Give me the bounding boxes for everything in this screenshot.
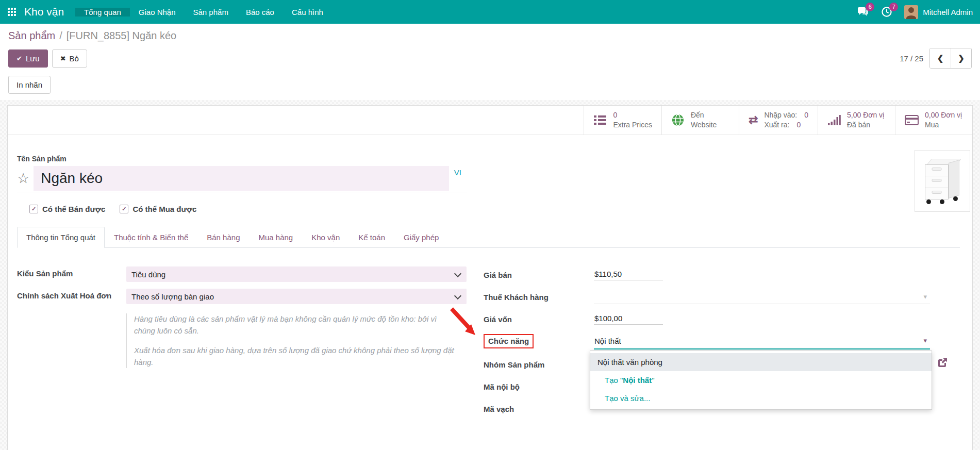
stat-website-label: Website (691, 120, 717, 130)
stat-button-bar: 0 Extra Prices Đến Website (8, 106, 972, 135)
product-type-select[interactable]: Tiêu dùng (126, 266, 467, 282)
stat-moves[interactable]: ⇄ Nhập vào: 0 Xuất ra: 0 (739, 106, 818, 135)
user-name: Mitchell Admin (923, 8, 973, 16)
notebook-tabs: Thông tin Tổng quát Thuộc tính & Biến th… (17, 227, 960, 248)
customer-tax-label: Thuế Khách hàng (484, 290, 594, 303)
stat-extra-prices-value: 0 (613, 110, 652, 120)
barcode-label: Mã vạch (484, 402, 594, 414)
can-be-sold-label: Có thể Bán được (42, 205, 105, 213)
dropdown-option-create[interactable]: Tạo "Nội thất" (590, 371, 932, 389)
checkbox-check-icon: ✓ (120, 205, 128, 213)
globe-icon (671, 113, 685, 127)
invoice-policy-label: Chính sách Xuất Hoá đơn (17, 289, 126, 301)
product-name-input[interactable] (34, 166, 449, 191)
credit-card-icon (905, 114, 919, 126)
stat-moves-in-label: Nhập vào: (764, 110, 797, 120)
stat-purchased-value: 0,00 Đơn vị (925, 110, 962, 120)
cost-value[interactable]: $100,00 (594, 312, 663, 325)
product-name-label: Tên Sản phẩm (17, 155, 960, 163)
stat-moves-out-value: 0 (796, 120, 801, 130)
translation-language-tag[interactable]: VI (449, 168, 467, 177)
sales-price-label: Giá bán (484, 268, 594, 280)
tab-licenses[interactable]: Giấy phép (394, 227, 448, 248)
form-background: 0 Extra Prices Đến Website (0, 100, 980, 450)
product-type-row: Kiểu Sản phẩm Tiêu dùng (17, 266, 484, 282)
app-brand[interactable]: Kho vận (22, 6, 75, 18)
navbar-right: 6 7 Mitchell Admin (857, 0, 980, 24)
caret-down-icon: ▾ (923, 293, 927, 301)
messages-badge: 6 (866, 3, 874, 11)
stat-website[interactable]: Đến Website (661, 106, 739, 135)
help-invoicing-text: Xuất hóa đơn sau khi giao hàng, dựa trên… (134, 345, 459, 368)
can-be-sold-checkbox[interactable]: ✓ Có thể Bán được (29, 205, 105, 213)
save-button[interactable]: ✔ Lưu (8, 49, 48, 68)
nav-item-products[interactable]: Sản phẩm (185, 8, 237, 16)
breadcrumb-parent-link[interactable]: Sản phẩm (8, 30, 55, 42)
apps-menu-button[interactable] (0, 8, 22, 16)
close-icon: ✖ (60, 55, 66, 62)
stat-sold[interactable]: 5,00 Đơn vị Đã bán (818, 106, 895, 135)
sales-price-value[interactable]: $110,50 (594, 268, 663, 280)
stat-purchased[interactable]: 0,00 Đơn vị Mua (895, 106, 972, 135)
nav-menu: Tổng quan Giao Nhận Sản phẩm Báo cáo Cấu… (75, 8, 332, 16)
nav-item-reporting[interactable]: Báo cáo (237, 8, 283, 16)
tab-accounting[interactable]: Kế toán (349, 227, 394, 248)
breadcrumb-current: [FURN_8855] Ngăn kéo (67, 30, 176, 42)
tab-sales[interactable]: Bán hàng (197, 227, 249, 248)
stat-extra-prices[interactable]: 0 Extra Prices (584, 106, 661, 135)
field-help-text: Hàng tiêu dùng là các sản phẩm vật lý mà… (126, 313, 459, 368)
sales-price-row: Giá bán $110,50 (484, 266, 960, 282)
discard-button-label: Bỏ (70, 54, 79, 63)
left-column: Kiểu Sản phẩm Tiêu dùng Chính sách Xuất … (17, 266, 484, 423)
record-pager: 17 / 25 ❮ ❯ (900, 48, 972, 69)
tab-purchase[interactable]: Mua hàng (250, 227, 303, 248)
nav-item-configuration[interactable]: Cấu hình (283, 8, 332, 16)
pager-previous-button[interactable]: ❮ (930, 48, 951, 68)
favorite-star-icon[interactable]: ☆ (17, 172, 29, 186)
nav-item-operations[interactable]: Giao Nhận (130, 8, 185, 16)
print-label-button[interactable]: In nhãn (8, 76, 51, 94)
exchange-arrows-icon: ⇄ (749, 114, 758, 126)
list-icon (593, 114, 607, 126)
secondary-actions-row: In nhãn (8, 76, 972, 94)
action-buttons-row: ✔ Lưu ✖ Bỏ 17 / 25 ❮ ❯ (8, 48, 972, 69)
user-menu[interactable]: Mitchell Admin (904, 5, 973, 19)
checkbox-check-icon: ✓ (29, 205, 38, 213)
invoice-policy-select[interactable]: Theo số lượng bàn giao (126, 289, 467, 304)
dropdown-option-create-edit[interactable]: Tạo và sửa... (590, 389, 932, 407)
stat-purchased-label: Mua (925, 120, 962, 130)
tab-attributes-variants[interactable]: Thuộc tính & Biến thể (105, 227, 197, 248)
form-main: Tên Sản phẩm ☆ VI ✓ Có thể Bán được ✓ Có… (8, 155, 972, 423)
function-category-field: ▾ Nội thất văn phòng Tạo "Nội thất" Tạo … (594, 333, 930, 349)
save-button-label: Lưu (26, 54, 40, 63)
dropdown-option-existing[interactable]: Nội thất văn phòng (590, 353, 932, 371)
user-avatar (904, 5, 918, 19)
activities-button[interactable]: 7 (881, 6, 893, 18)
messages-button[interactable]: 6 (857, 6, 869, 18)
help-consumable-text: Hàng tiêu dùng là các sản phẩm vật lý mà… (134, 313, 459, 337)
stat-moves-out-label: Xuất ra: (764, 120, 789, 130)
tab-general-information[interactable]: Thông tin Tổng quát (17, 227, 105, 248)
customer-tax-field[interactable]: ▾ (594, 289, 930, 304)
discard-button[interactable]: ✖ Bỏ (52, 49, 87, 68)
right-column: Giá bán $110,50 Thuế Khách hàng ▾ Giá vố… (484, 266, 960, 423)
product-image[interactable] (915, 150, 970, 212)
stat-sold-value: 5,00 Đơn vị (847, 110, 884, 120)
nav-item-overview[interactable]: Tổng quan (75, 8, 130, 16)
breadcrumb-separator: / (59, 30, 62, 42)
cost-label: Giá vốn (484, 312, 594, 325)
function-category-input[interactable] (594, 337, 930, 345)
internal-reference-label: Mã nội bộ (484, 380, 594, 392)
invoice-policy-row: Chính sách Xuất Hoá đơn Theo số lượng bà… (17, 289, 484, 304)
create-option-suffix: " (652, 376, 654, 385)
pager-next-button[interactable]: ❯ (951, 48, 971, 68)
control-panel: Sản phẩm / [FURN_8855] Ngăn kéo ✔ Lưu ✖ … (0, 24, 980, 100)
create-option-prefix: Tạo " (605, 376, 623, 385)
can-be-purchased-checkbox[interactable]: ✓ Có thể Mua được (120, 205, 196, 213)
tab-inventory[interactable]: Kho vận (302, 227, 349, 248)
inventory-app-page: Kho vận Tổng quan Giao Nhận Sản phẩm Báo… (0, 0, 980, 450)
product-category-label: Nhóm Sản phẩm (484, 358, 594, 370)
function-category-row: Chức năng ▾ Nội thất văn phòng Tạo "Nội … (484, 333, 960, 349)
stat-moves-in-value: 0 (804, 110, 808, 120)
stat-extra-prices-label: Extra Prices (613, 120, 652, 130)
